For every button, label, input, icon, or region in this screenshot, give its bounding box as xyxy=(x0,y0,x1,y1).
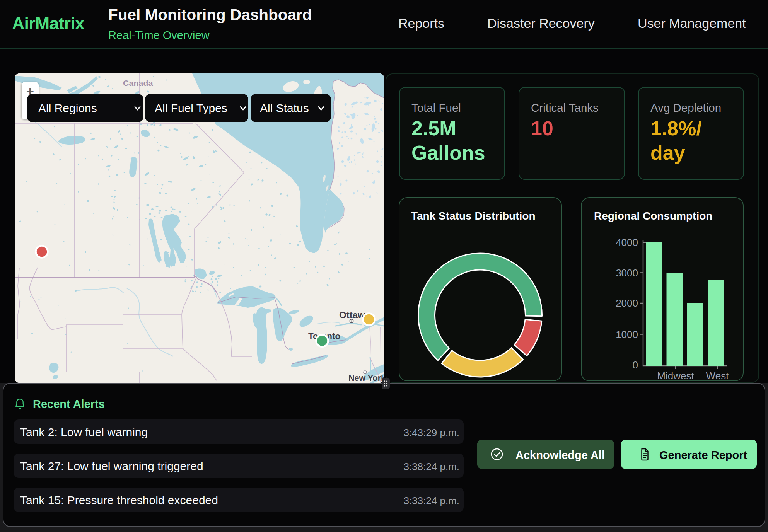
svg-text:3000: 3000 xyxy=(616,267,638,279)
svg-text:New York: New York xyxy=(348,373,384,383)
svg-text:0: 0 xyxy=(633,359,638,371)
svg-text:2000: 2000 xyxy=(616,297,638,309)
svg-text:Midwest: Midwest xyxy=(657,370,694,381)
svg-text:4000: 4000 xyxy=(616,237,638,248)
svg-text:Canada: Canada xyxy=(123,78,153,87)
svg-text:1000: 1000 xyxy=(616,329,638,340)
svg-text:West: West xyxy=(706,370,729,381)
